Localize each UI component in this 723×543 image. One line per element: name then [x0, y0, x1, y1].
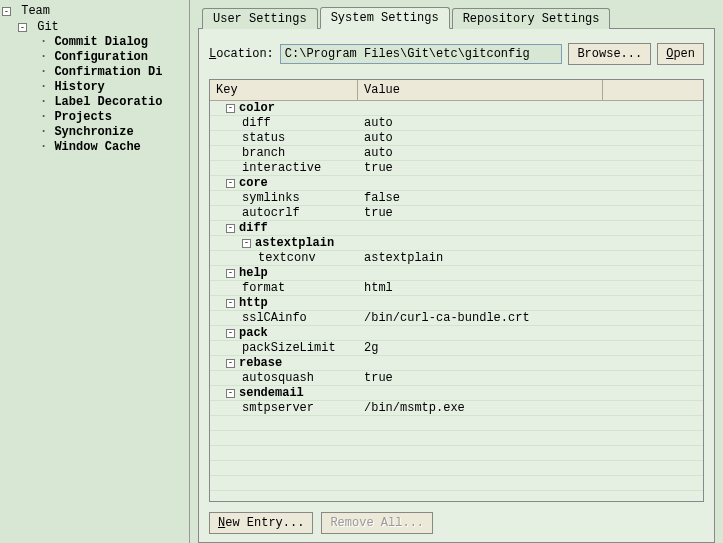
system-settings-panel: Location: Browse... Open Key Value -colo…	[198, 28, 715, 543]
location-label: Location:	[209, 47, 274, 61]
collapse-icon[interactable]: -	[226, 224, 235, 233]
group-row-help[interactable]: -help	[210, 266, 703, 281]
tab-system-settings[interactable]: System Settings	[320, 7, 450, 29]
tree-leaf-commit-dialog[interactable]: Commit Dialog	[34, 35, 187, 50]
col-value[interactable]: Value	[358, 80, 603, 100]
main-panel: User Settings System Settings Repository…	[190, 0, 723, 543]
tree-leaf-configuration[interactable]: Configuration	[34, 50, 187, 65]
tree-leaf-history[interactable]: History	[34, 80, 187, 95]
table-body: -colordiffautostatusautobranchautointera…	[210, 101, 703, 501]
tree-label: Team	[21, 4, 50, 18]
config-row-color-status[interactable]: statusauto	[210, 131, 703, 146]
config-row-pack-packSizeLimit[interactable]: packSizeLimit2g	[210, 341, 703, 356]
settings-tabs: User Settings System Settings Repository…	[202, 6, 715, 28]
nav-tree: - Team - Git Commit Dialog Configuration…	[0, 0, 190, 543]
tab-repository-settings[interactable]: Repository Settings	[452, 8, 611, 29]
tree-leaf-label-decoratio[interactable]: Label Decoratio	[34, 95, 187, 110]
tree-leaf-confirmation[interactable]: Confirmation Di	[34, 65, 187, 80]
empty-row	[210, 446, 703, 461]
config-row-http-sslCAinfo[interactable]: sslCAinfo/bin/curl-ca-bundle.crt	[210, 311, 703, 326]
tab-user-settings[interactable]: User Settings	[202, 8, 318, 29]
table-button-row: New Entry... Remove All...	[209, 512, 704, 534]
config-row-core-autocrlf[interactable]: autocrlftrue	[210, 206, 703, 221]
collapse-icon[interactable]: -	[242, 239, 251, 248]
config-row-astextplain-textconv[interactable]: textconvastextplain	[210, 251, 703, 266]
empty-row	[210, 461, 703, 476]
col-spacer	[603, 80, 703, 100]
config-row-help-format[interactable]: formathtml	[210, 281, 703, 296]
group-row-color[interactable]: -color	[210, 101, 703, 116]
group-row-http[interactable]: -http	[210, 296, 703, 311]
group-row-diff[interactable]: -diff	[210, 221, 703, 236]
tree-leaf-window-cache[interactable]: Window Cache	[34, 140, 187, 155]
collapse-icon[interactable]: -	[226, 269, 235, 278]
subgroup-row-astextplain[interactable]: -astextplain	[210, 236, 703, 251]
group-row-core[interactable]: -core	[210, 176, 703, 191]
location-input[interactable]	[280, 44, 563, 64]
group-row-sendemail[interactable]: -sendemail	[210, 386, 703, 401]
tree-node-git[interactable]: - Git	[18, 20, 187, 36]
empty-row	[210, 416, 703, 431]
col-key[interactable]: Key	[210, 80, 358, 100]
collapse-icon[interactable]: -	[226, 389, 235, 398]
browse-button[interactable]: Browse...	[568, 43, 651, 65]
open-button[interactable]: Open	[657, 43, 704, 65]
remove-all-button: Remove All...	[321, 512, 433, 534]
config-row-sendemail-smtpserver[interactable]: smtpserver/bin/msmtp.exe	[210, 401, 703, 416]
location-row: Location: Browse... Open	[209, 43, 704, 65]
table-header: Key Value	[210, 80, 703, 101]
config-row-rebase-autosquash[interactable]: autosquashtrue	[210, 371, 703, 386]
config-row-color-branch[interactable]: branchauto	[210, 146, 703, 161]
config-row-color-diff[interactable]: diffauto	[210, 116, 703, 131]
collapse-icon[interactable]: -	[226, 179, 235, 188]
collapse-icon[interactable]: -	[226, 359, 235, 368]
collapse-icon[interactable]: -	[2, 7, 11, 16]
tree-leaf-synchronize[interactable]: Synchronize	[34, 125, 187, 140]
collapse-icon[interactable]: -	[226, 299, 235, 308]
group-row-rebase[interactable]: -rebase	[210, 356, 703, 371]
tree-label: Git	[37, 20, 59, 34]
empty-row	[210, 476, 703, 491]
collapse-icon[interactable]: -	[18, 23, 27, 32]
empty-row	[210, 431, 703, 446]
config-table: Key Value -colordiffautostatusautobranch…	[209, 79, 704, 502]
group-row-pack[interactable]: -pack	[210, 326, 703, 341]
config-row-color-interactive[interactable]: interactivetrue	[210, 161, 703, 176]
new-entry-button[interactable]: New Entry...	[209, 512, 313, 534]
tree-node-team[interactable]: - Team	[2, 4, 187, 20]
collapse-icon[interactable]: -	[226, 329, 235, 338]
collapse-icon[interactable]: -	[226, 104, 235, 113]
config-row-core-symlinks[interactable]: symlinksfalse	[210, 191, 703, 206]
tree-leaf-projects[interactable]: Projects	[34, 110, 187, 125]
